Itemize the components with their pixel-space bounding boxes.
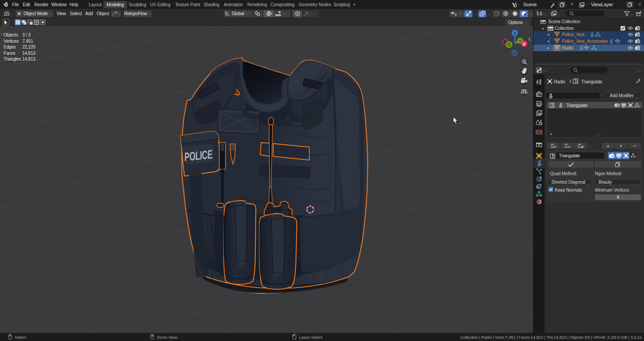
svg-text:Y: Y	[519, 39, 521, 43]
svg-text:X: X	[523, 42, 525, 46]
svg-text:Z: Z	[513, 31, 516, 36]
